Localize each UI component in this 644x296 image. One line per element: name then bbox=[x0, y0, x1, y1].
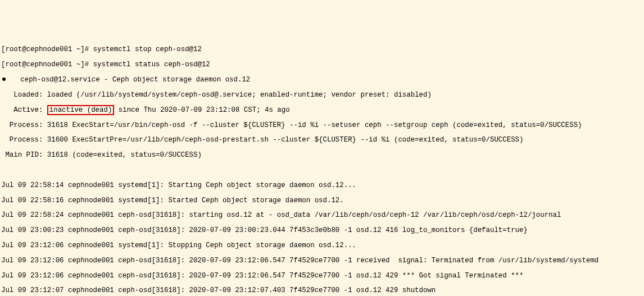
active-label: Active: bbox=[1, 106, 47, 114]
log-line: Jul 09 22:58:24 cephnode001 ceph-osd[316… bbox=[1, 212, 644, 219]
service-header: ceph-osd@12.service - Ceph object storag… bbox=[1, 76, 644, 84]
loaded-line: Loaded: loaded (/usr/lib/systemd/system/… bbox=[1, 92, 644, 99]
bullet-icon bbox=[2, 78, 6, 81]
log-line: Jul 09 22:58:16 cephnode001 systemd[1]: … bbox=[1, 197, 644, 204]
blank-line bbox=[1, 167, 644, 174]
terminal-output: [root@cephnode001 ~]# systemctl stop cep… bbox=[0, 38, 644, 296]
active-tail: since Thu 2020-07-09 23:12:08 CST; 4s ag… bbox=[114, 106, 289, 114]
log-line: Jul 09 23:00:23 cephnode001 ceph-osd[316… bbox=[1, 227, 644, 234]
log-line: Jul 09 22:58:14 cephnode001 systemd[1]: … bbox=[1, 182, 644, 189]
log-line: Jul 09 23:12:06 cephnode001 ceph-osd[316… bbox=[1, 257, 644, 265]
loaded-value: loaded (/usr/lib/systemd/system/ceph-osd… bbox=[47, 91, 432, 99]
cmd-status: [root@cephnode001 ~]# systemctl status c… bbox=[1, 61, 644, 69]
service-header-text: ceph-osd@12.service - Ceph object storag… bbox=[8, 76, 250, 84]
active-status-highlight: inactive (dead) bbox=[47, 105, 115, 115]
log-line: Jul 09 23:12:07 cephnode001 ceph-osd[316… bbox=[1, 287, 644, 294]
active-line: Active: inactive (dead) since Thu 2020-0… bbox=[1, 107, 644, 114]
main-pid-line: Main PID: 31618 (code=exited, status=0/S… bbox=[1, 152, 644, 159]
cmd-stop: [root@cephnode001 ~]# systemctl stop cep… bbox=[1, 46, 644, 53]
process-line-1: Process: 31618 ExecStart=/usr/bin/ceph-o… bbox=[1, 122, 644, 129]
log-line: Jul 09 23:12:06 cephnode001 systemd[1]: … bbox=[1, 242, 644, 249]
process-line-2: Process: 31600 ExecStartPre=/usr/lib/cep… bbox=[1, 136, 644, 144]
loaded-label: Loaded: bbox=[1, 91, 47, 99]
log-line: Jul 09 23:12:06 cephnode001 ceph-osd[316… bbox=[1, 272, 644, 280]
